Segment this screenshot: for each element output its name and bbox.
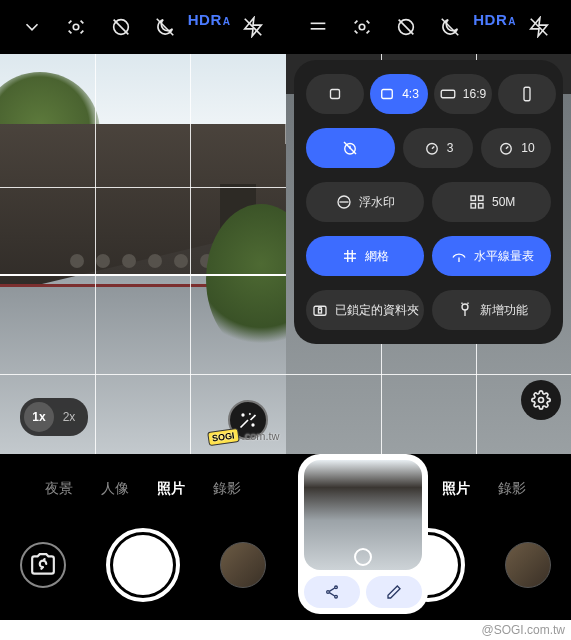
timer-10s[interactable]: 10 bbox=[481, 128, 551, 168]
menu-icon[interactable] bbox=[302, 11, 334, 43]
page-watermark: @SOGI.com.tw bbox=[481, 620, 565, 640]
mode-portrait[interactable]: 人像 bbox=[101, 480, 129, 498]
svg-point-7 bbox=[252, 424, 254, 426]
zoom-2x[interactable]: 2x bbox=[54, 402, 84, 432]
aspect-1-1[interactable] bbox=[306, 74, 364, 114]
grid-toggle[interactable]: 網格 bbox=[306, 236, 425, 276]
new-features[interactable]: 新增功能 bbox=[432, 290, 551, 330]
svg-rect-38 bbox=[318, 309, 321, 313]
chevron-down-icon[interactable] bbox=[16, 11, 48, 43]
aspect-4-3[interactable]: 4:3 bbox=[370, 74, 428, 114]
last-shot-preview bbox=[298, 454, 428, 614]
motion-off-icon[interactable] bbox=[390, 11, 422, 43]
svg-point-10 bbox=[359, 24, 365, 30]
svg-point-45 bbox=[326, 591, 329, 594]
svg-point-43 bbox=[539, 398, 544, 403]
mode-night[interactable]: 夜景 bbox=[45, 480, 73, 498]
svg-line-47 bbox=[329, 588, 334, 591]
mode-photo[interactable]: 照片 bbox=[157, 480, 185, 498]
flash-off-icon[interactable] bbox=[523, 11, 555, 43]
svg-rect-19 bbox=[524, 87, 530, 101]
mode-video[interactable]: 錄影 bbox=[213, 480, 241, 498]
hdr-label: HDR bbox=[473, 11, 507, 28]
image-watermark: SOGI.com.tw bbox=[208, 430, 279, 444]
svg-point-6 bbox=[242, 414, 244, 416]
top-toolbar: HDRA bbox=[286, 0, 572, 54]
aspect-full[interactable] bbox=[498, 74, 556, 114]
svg-line-48 bbox=[329, 593, 334, 596]
hdr-sub: A bbox=[223, 16, 231, 27]
level-toggle[interactable]: 水平線量表 bbox=[432, 236, 551, 276]
mode-photo[interactable]: 照片 bbox=[442, 480, 470, 498]
timer-off[interactable] bbox=[306, 128, 396, 168]
svg-point-46 bbox=[334, 595, 337, 598]
svg-point-44 bbox=[334, 586, 337, 589]
shutter-button[interactable] bbox=[106, 528, 180, 602]
bottom-bar bbox=[0, 510, 286, 620]
lens-icon[interactable] bbox=[346, 11, 378, 43]
settings-gear-button[interactable] bbox=[521, 380, 561, 420]
zoom-selector: 1x 2x bbox=[20, 398, 88, 436]
aspect-16-9[interactable]: 16:9 bbox=[434, 74, 492, 114]
camera-screen-settings: HDRA 4:3 bbox=[286, 0, 572, 620]
night-off-icon[interactable] bbox=[149, 11, 181, 43]
share-button[interactable] bbox=[304, 576, 360, 608]
svg-rect-16 bbox=[330, 90, 339, 99]
hdr-toggle[interactable]: HDRA bbox=[193, 11, 225, 43]
zoom-1x[interactable]: 1x bbox=[24, 402, 54, 432]
mode-video[interactable]: 錄影 bbox=[498, 480, 526, 498]
svg-rect-29 bbox=[478, 196, 483, 201]
quick-settings-panel: 4:3 16:9 3 bbox=[294, 60, 564, 344]
svg-rect-31 bbox=[478, 204, 483, 209]
megapixel-toggle[interactable]: 50M bbox=[432, 182, 551, 222]
svg-line-3 bbox=[157, 19, 174, 36]
svg-line-24 bbox=[432, 147, 434, 149]
motion-off-icon[interactable] bbox=[105, 11, 137, 43]
gallery-thumbnail[interactable] bbox=[505, 542, 551, 588]
locked-folder[interactable]: 已鎖定的資料夾 bbox=[306, 290, 425, 330]
svg-point-39 bbox=[462, 304, 468, 310]
svg-rect-28 bbox=[471, 196, 476, 201]
top-toolbar: HDRA bbox=[0, 0, 286, 54]
night-off-icon[interactable] bbox=[434, 11, 466, 43]
lens-icon[interactable] bbox=[60, 11, 92, 43]
preview-image[interactable] bbox=[304, 460, 422, 570]
mode-strip: 夜景 人像 照片 錄影 bbox=[0, 468, 286, 510]
camera-screen-main: HDRA 1x 2x bbox=[0, 0, 286, 620]
svg-rect-30 bbox=[471, 204, 476, 209]
svg-rect-17 bbox=[382, 90, 393, 99]
hdr-sub: A bbox=[508, 16, 516, 27]
svg-line-13 bbox=[442, 19, 459, 36]
svg-rect-18 bbox=[441, 90, 455, 98]
hdr-toggle[interactable]: HDRA bbox=[479, 11, 511, 43]
timer-3s[interactable]: 3 bbox=[403, 128, 473, 168]
hdr-label: HDR bbox=[188, 11, 222, 28]
switch-camera-button[interactable] bbox=[20, 542, 66, 588]
watermark-toggle[interactable]: 浮水印 bbox=[306, 182, 425, 222]
flash-off-icon[interactable] bbox=[237, 11, 269, 43]
svg-line-26 bbox=[506, 147, 508, 149]
svg-point-0 bbox=[74, 24, 80, 30]
viewfinder[interactable]: 1x 2x SOGI.com.tw bbox=[0, 54, 286, 454]
edit-button[interactable] bbox=[366, 576, 422, 608]
gallery-thumbnail[interactable] bbox=[220, 542, 266, 588]
